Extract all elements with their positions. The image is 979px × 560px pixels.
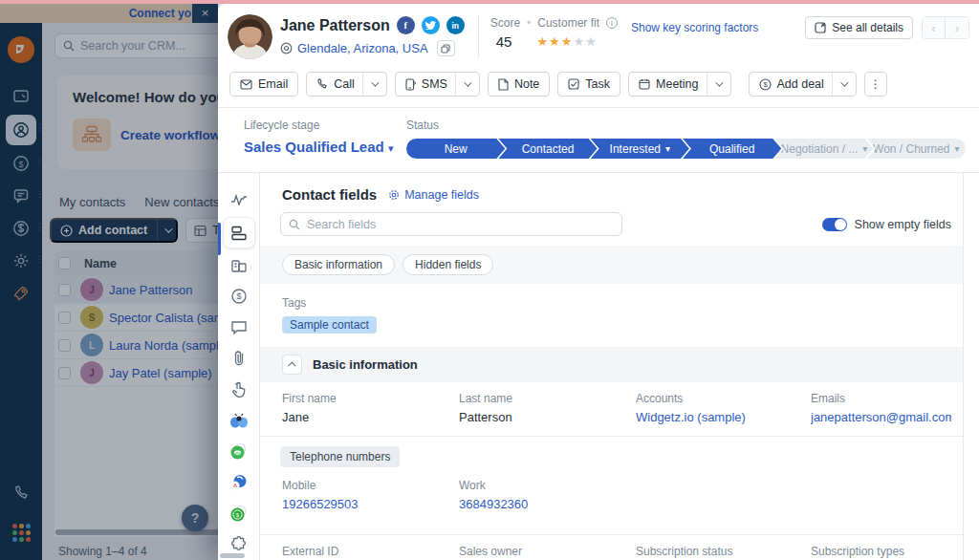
- add-deal-button[interactable]: $ Add deal: [749, 72, 857, 97]
- caret-icon: ▾: [955, 143, 960, 154]
- contact-location[interactable]: Glendale, Arizona, USA: [297, 41, 428, 55]
- caret-icon: ▾: [665, 143, 670, 154]
- customer-fit-stars: ★★★★★: [536, 34, 597, 49]
- sms-dropdown-caret[interactable]: [455, 73, 469, 96]
- sms-icon: [405, 78, 416, 91]
- stage-qualified[interactable]: Qualified: [683, 139, 781, 159]
- meeting-icon: [639, 78, 650, 90]
- twitter-icon[interactable]: [422, 16, 440, 34]
- rail-accounts-icon[interactable]: [223, 251, 255, 279]
- rail-whatsapp-icon[interactable]: aba: [223, 438, 255, 465]
- rail-deals-icon[interactable]: $: [223, 283, 255, 311]
- field-filter-chips: Basic information Hidden fields: [260, 246, 963, 284]
- right-gutter: [963, 173, 979, 560]
- contact-fields-pane: Contact fields Manage fields Search fiel…: [260, 173, 963, 560]
- expand-icon: [815, 22, 826, 33]
- call-button[interactable]: Call: [306, 72, 387, 97]
- fields-row: External IDClick to add Sales ownerLaure…: [260, 534, 963, 560]
- add-deal-dropdown-caret[interactable]: [832, 73, 846, 96]
- note-icon: [498, 78, 509, 91]
- rail-conversations-icon[interactable]: [223, 313, 255, 341]
- email-button[interactable]: Email: [229, 72, 298, 97]
- field-accounts: AccountsWidgetz.io (sample): [636, 392, 811, 424]
- stage-won-churned[interactable]: Won / Churned▾: [867, 139, 966, 159]
- score-value: 45: [496, 33, 512, 50]
- svg-text:aba: aba: [235, 451, 241, 455]
- rail-attachments-icon[interactable]: [223, 345, 255, 373]
- show-empty-fields-toggle[interactable]: [822, 218, 847, 231]
- stage-interested[interactable]: Interested▾: [591, 139, 689, 159]
- rail-xero-icon[interactable]: $: [223, 500, 255, 528]
- svg-text:$: $: [236, 292, 241, 302]
- rail-engagement-icon[interactable]: [223, 376, 255, 403]
- meeting-button[interactable]: Meeting: [628, 72, 730, 97]
- rail-activity-icon[interactable]: [223, 186, 255, 214]
- basic-information-section-header[interactable]: Basic information: [260, 347, 963, 382]
- detail-rail: $ aba $: [218, 173, 260, 560]
- search-fields-placeholder: Search fields: [307, 218, 376, 231]
- chip-basic-information[interactable]: Basic information: [282, 254, 395, 275]
- field-first-name: First nameJane: [282, 392, 459, 424]
- field-mobile: Mobile19266529503: [282, 479, 459, 511]
- rail-scrollbar[interactable]: [220, 553, 245, 558]
- rail-contact-details-icon[interactable]: [223, 217, 255, 248]
- facebook-icon[interactable]: f: [397, 16, 415, 34]
- task-icon: [568, 78, 579, 90]
- email-icon: [240, 79, 252, 90]
- modal-backdrop[interactable]: [0, 4, 218, 560]
- fields-row: First nameJane Last namePatterson Accoun…: [260, 382, 963, 436]
- call-dropdown-caret[interactable]: [362, 73, 377, 96]
- deal-dollar-icon: $: [759, 78, 772, 91]
- next-record-button[interactable]: ›: [946, 17, 968, 38]
- copy-icon[interactable]: [437, 40, 455, 56]
- score-label: Score: [490, 16, 520, 30]
- field-last-name: Last namePatterson: [459, 392, 636, 424]
- meeting-dropdown-caret[interactable]: [707, 73, 721, 96]
- caret-icon: ▾: [388, 142, 394, 154]
- telephone-numbers-group: Telephone numbers: [280, 446, 400, 467]
- sms-button[interactable]: SMS: [395, 72, 480, 97]
- contact-name: Jane Patterson: [280, 17, 390, 34]
- rail-connector-icon[interactable]: [223, 468, 255, 496]
- field-subscription-types: Subscription typesNewsletter, Promotiona…: [811, 545, 963, 560]
- scoring-factors-link[interactable]: Show key scoring factors: [631, 21, 758, 34]
- lifecycle-stage-value[interactable]: Sales Qualified Lead ▾: [244, 139, 406, 155]
- svg-text:$: $: [763, 80, 768, 89]
- collapse-icon[interactable]: [282, 355, 302, 375]
- contact-photo[interactable]: [228, 14, 272, 59]
- tag-sample-contact[interactable]: Sample contact: [282, 316, 377, 334]
- customer-fit-label: Customer fit: [537, 16, 599, 30]
- search-fields-input[interactable]: Search fields: [280, 212, 622, 236]
- note-button[interactable]: Note: [488, 72, 550, 97]
- manage-fields-link[interactable]: Manage fields: [388, 188, 479, 202]
- task-button[interactable]: Task: [557, 72, 620, 97]
- field-sales-owner: Sales ownerLauren Young: [459, 545, 636, 560]
- tags-label: Tags: [282, 296, 963, 310]
- contact-header: Jane Patterson f in Glendale, Arizona, U…: [218, 4, 979, 108]
- caret-icon: ▾: [862, 143, 867, 154]
- chip-hidden-fields[interactable]: Hidden fields: [402, 254, 493, 275]
- stage-contacted[interactable]: Contacted: [498, 139, 597, 159]
- previous-record-button[interactable]: ‹: [923, 17, 946, 38]
- location-pin-icon: [280, 42, 293, 54]
- more-actions-button[interactable]: ⋮: [864, 72, 887, 97]
- rail-freddy-ai-icon[interactable]: [223, 406, 255, 434]
- contact-fields-title: Contact fields: [282, 186, 377, 203]
- field-work: Work3684932360: [459, 479, 636, 511]
- field-subscription-status: Subscription statusSubscribed: [636, 545, 811, 560]
- field-emails: Emailsjanepatterson@gmail.com: [811, 392, 963, 424]
- contact-detail-panel: Jane Patterson f in Glendale, Arizona, U…: [218, 4, 979, 560]
- fields-row-phones: Mobile19266529503 Work3684932360: [260, 469, 963, 523]
- status-label: Status: [406, 118, 966, 132]
- active-rail-indicator: [218, 223, 221, 255]
- quick-actions: Email Call SMS Note Task Me: [229, 72, 969, 97]
- stage-negotiation[interactable]: Negotiation / ...▾: [774, 139, 873, 159]
- lifecycle-stage-label: Lifecycle stage: [244, 118, 406, 132]
- info-icon[interactable]: i: [606, 17, 618, 29]
- show-empty-fields-label: Show empty fields: [855, 218, 951, 231]
- record-navigation: ‹ ›: [922, 16, 969, 39]
- field-external-id: External IDClick to add: [282, 545, 459, 560]
- stage-new[interactable]: New: [406, 139, 505, 159]
- linkedin-icon[interactable]: in: [446, 16, 465, 34]
- see-all-details-button[interactable]: See all details: [805, 16, 913, 39]
